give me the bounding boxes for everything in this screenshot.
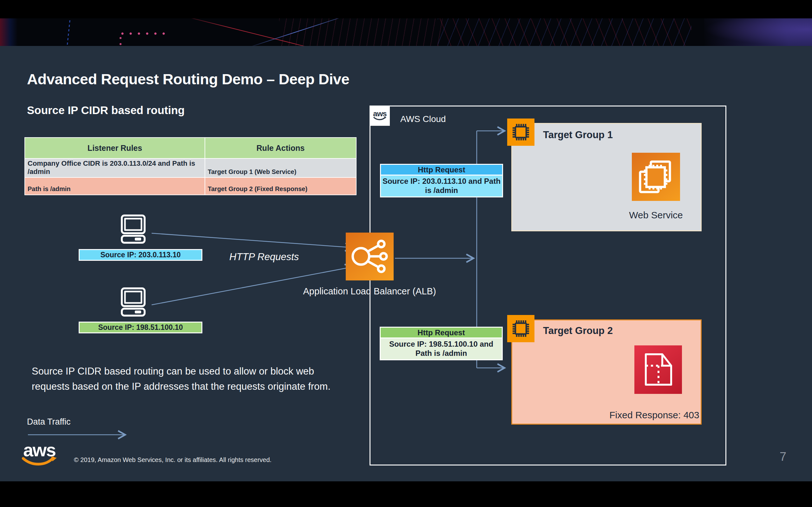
http-requests-label: HTTP Requests (229, 251, 299, 263)
listener-rules-table: Listener Rules Rule Actions Company Offi… (24, 137, 357, 195)
banner-texture (704, 18, 812, 46)
slide: Advanced Request Routing Demo – Deep Div… (0, 0, 812, 507)
banner-texture (0, 18, 22, 46)
client-computer-icon (117, 214, 150, 246)
client-computer-icon (117, 286, 150, 320)
alb-label: Application Load Balancer (ALB) (295, 286, 444, 297)
table-header-rule-actions: Rule Actions (205, 138, 356, 158)
page-number: 7 (780, 450, 786, 464)
target-group-1-caption: Web Service (589, 210, 722, 221)
http-request-title: Http Request (381, 165, 502, 176)
target-group-2-caption: Fixed Response: 403 (588, 410, 721, 420)
ec2-instances-icon (632, 153, 680, 201)
alb-icon (346, 233, 394, 280)
http-request-body: Source IP: 203.0.113.10 and Path is /adm… (381, 176, 502, 196)
fixed-response-icon (635, 345, 682, 394)
target-group-chip-icon (507, 118, 535, 146)
table-cell-action-1: Target Group 1 (Web Service) (205, 159, 356, 177)
http-request-body: Source IP: 198.51.100.10 and Path is /ad… (380, 338, 502, 359)
target-group-1-title: Target Group 1 (543, 129, 613, 141)
table-header-listener-rules: Listener Rules (25, 138, 205, 158)
banner-texture (279, 18, 444, 46)
top-banner (0, 18, 812, 46)
table-cell-rule-2: Path is /admin (25, 178, 205, 194)
http-request-box-2: Http Request Source IP: 198.51.100.10 an… (380, 327, 503, 360)
aws-cloud-label: AWS Cloud (400, 114, 446, 124)
banner-texture (66, 18, 71, 46)
table-cell-action-2: Target Group 2 (Fixed Response) (205, 178, 356, 194)
target-group-chip-icon (507, 315, 535, 342)
copyright-text: © 2019, Amazon Web Services, Inc. or its… (74, 456, 271, 464)
aws-logo-icon: aws (370, 106, 390, 126)
data-traffic-label: Data Traffic (27, 417, 71, 427)
banner-texture (118, 36, 123, 46)
aws-logo-text: aws (23, 440, 55, 460)
banner-texture (120, 31, 171, 36)
http-request-title: Http Request (380, 328, 502, 338)
aws-logo-icon: aws (20, 441, 59, 467)
aws-logo-text: aws (373, 111, 386, 117)
http-request-box-1: Http Request Source IP: 203.0.113.10 and… (380, 164, 503, 198)
description-text: Source IP CIDR based routing can be used… (32, 364, 338, 394)
page-title: Advanced Request Routing Demo – Deep Div… (27, 70, 349, 88)
target-group-2-title: Target Group 2 (543, 325, 613, 337)
client-source-ip-label: Source IP: 198.51.100.10 (79, 322, 202, 333)
aws-smile-icon (373, 117, 387, 121)
slide-subtitle: Source IP CIDR based routing (27, 104, 185, 117)
client-source-ip-label: Source IP: 203.0.113.10 (79, 249, 202, 261)
table-cell-rule-1: Company Office CIDR is 203.0.113.0/24 an… (25, 159, 205, 177)
banner-texture (438, 18, 692, 46)
